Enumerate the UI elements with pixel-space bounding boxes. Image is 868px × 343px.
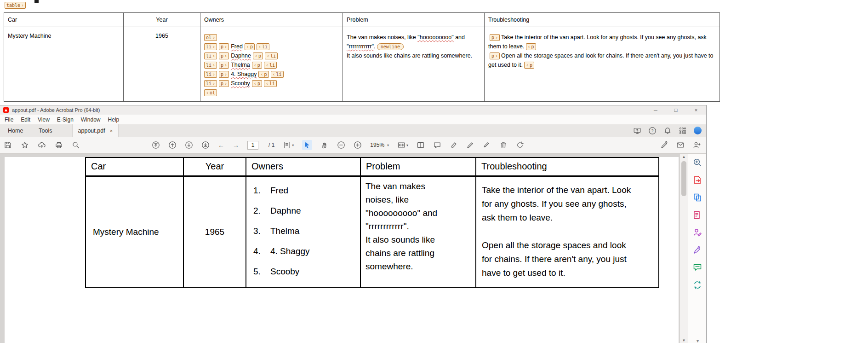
li-open-tag[interactable]: li: [204, 71, 217, 78]
tab-document[interactable]: appout.pdf ×: [72, 124, 119, 137]
li-close-tag[interactable]: li: [271, 71, 284, 78]
hand-tool-icon[interactable]: [320, 141, 329, 149]
table-open-tag[interactable]: table: [5, 2, 26, 9]
p-close-tag[interactable]: p: [252, 62, 262, 69]
comment-icon[interactable]: [433, 141, 441, 149]
menu-window[interactable]: Window: [77, 116, 104, 123]
edit-pdf-icon[interactable]: [692, 210, 702, 220]
fit-width-button[interactable]: ▾: [397, 141, 408, 149]
share-screen-icon[interactable]: [633, 127, 641, 135]
p-open-tag[interactable]: p: [219, 71, 229, 78]
p-close-tag[interactable]: p: [258, 71, 268, 78]
first-page-icon[interactable]: [152, 141, 160, 149]
close-button[interactable]: ×: [686, 105, 706, 115]
tab-home[interactable]: Home: [0, 124, 31, 137]
word-header-troubleshooting[interactable]: Troubleshooting: [485, 13, 720, 27]
menu-esign[interactable]: E-Sign: [53, 116, 77, 123]
delete-trash-icon[interactable]: [499, 141, 508, 149]
highlight-icon[interactable]: [450, 141, 458, 149]
p-close-tag[interactable]: p: [253, 52, 263, 59]
p-open-tag[interactable]: p: [490, 52, 500, 59]
menu-edit[interactable]: Edit: [17, 116, 34, 123]
close-document-icon[interactable]: ×: [110, 128, 113, 134]
scrollbar-thumb[interactable]: [681, 161, 686, 196]
refresh-icon[interactable]: [516, 141, 524, 149]
li-open-tag[interactable]: li: [204, 80, 217, 87]
send-for-comments-icon[interactable]: [692, 262, 702, 273]
p-open-tag[interactable]: p: [219, 62, 229, 69]
word-cell-car[interactable]: Mystery Machine: [4, 27, 124, 102]
p-open-tag[interactable]: p: [219, 80, 229, 87]
page-display-options[interactable]: ▾: [283, 141, 294, 149]
maximize-button[interactable]: □: [666, 105, 686, 115]
minimize-button[interactable]: ─: [645, 105, 666, 115]
tab-tools[interactable]: Tools: [31, 124, 60, 137]
scroll-up-icon[interactable]: ▲: [680, 155, 688, 159]
last-page-icon[interactable]: [201, 141, 210, 149]
menu-file[interactable]: File: [1, 116, 17, 123]
p-close-tag[interactable]: p: [252, 80, 262, 87]
more-tools-chevron-icon[interactable]: ▾: [688, 338, 707, 343]
sign-pen-icon[interactable]: [466, 141, 474, 149]
word-table-header-row: Car Year Owners Problem Troubleshooting: [4, 13, 720, 27]
request-esignatures-icon[interactable]: [692, 227, 702, 238]
li-open-tag[interactable]: li: [204, 62, 217, 69]
previous-view-icon[interactable]: ←: [218, 142, 224, 148]
fill-and-sign-icon[interactable]: [692, 245, 702, 255]
cloud-upload-icon[interactable]: [38, 141, 46, 149]
menu-help[interactable]: Help: [104, 116, 123, 123]
scroll-down-icon[interactable]: ▼: [680, 338, 688, 343]
next-page-icon[interactable]: [185, 141, 193, 149]
word-cell-troubleshooting[interactable]: pTake the interior of the van apart. Loo…: [485, 27, 720, 102]
help-icon[interactable]: ?: [648, 127, 657, 135]
select-tool-button[interactable]: [302, 140, 312, 150]
search-icon[interactable]: [72, 141, 80, 149]
zoom-tools-icon[interactable]: [692, 157, 702, 168]
p-open-tag[interactable]: p: [219, 52, 229, 59]
word-header-car[interactable]: Car: [4, 13, 124, 27]
app-grid-icon[interactable]: [679, 127, 687, 135]
li-open-tag[interactable]: li: [204, 52, 217, 59]
ol-close-tag[interactable]: ol: [204, 89, 217, 96]
print-icon[interactable]: [55, 141, 63, 149]
save-icon[interactable]: [4, 141, 12, 149]
newline-tag[interactable]: newline: [377, 43, 404, 50]
p-open-tag[interactable]: p: [490, 34, 500, 41]
word-header-owners[interactable]: Owners: [200, 13, 343, 27]
create-pdf-icon[interactable]: [692, 192, 702, 203]
word-cell-owners[interactable]: ol lipFredpli lipDaphnepli lipThelmapli …: [200, 27, 343, 102]
user-avatar[interactable]: [694, 127, 702, 134]
share-people-icon[interactable]: [692, 141, 701, 149]
next-view-icon[interactable]: →: [233, 142, 239, 148]
email-share-icon[interactable]: [676, 141, 685, 149]
owner-name: Daphne: [270, 205, 301, 216]
reading-mode-icon[interactable]: [417, 141, 425, 149]
export-pdf-icon[interactable]: [692, 175, 702, 185]
li-open-tag[interactable]: li: [204, 43, 217, 50]
zoom-in-icon[interactable]: [354, 141, 362, 149]
ol-open-tag[interactable]: ol: [204, 34, 217, 41]
zoom-level-select[interactable]: 195% ▾: [370, 142, 389, 148]
li-close-tag[interactable]: li: [257, 43, 269, 50]
p-close-tag[interactable]: p: [524, 62, 534, 69]
p-close-tag[interactable]: p: [245, 43, 255, 50]
word-header-problem[interactable]: Problem: [343, 13, 485, 27]
li-close-tag[interactable]: li: [265, 52, 278, 59]
notifications-bell-icon[interactable]: [663, 127, 672, 135]
page-number-input[interactable]: [247, 141, 258, 150]
word-cell-problem[interactable]: The van makes noises, like "hooooooooo" …: [343, 27, 485, 102]
p-close-tag[interactable]: p: [526, 43, 536, 50]
star-favorite-icon[interactable]: [21, 141, 29, 149]
convert-tools-icon[interactable]: [692, 280, 702, 290]
zoom-out-icon[interactable]: [337, 141, 345, 149]
ink-signature-icon[interactable]: [483, 141, 491, 149]
p-open-tag[interactable]: p: [219, 43, 229, 50]
word-cell-year[interactable]: 1965: [124, 27, 200, 102]
fill-sign-pen-icon[interactable]: [660, 141, 668, 149]
word-header-year[interactable]: Year: [124, 13, 200, 27]
previous-page-icon[interactable]: [168, 141, 177, 149]
li-close-tag[interactable]: li: [264, 62, 277, 69]
vertical-scrollbar[interactable]: ▲ ▼: [680, 154, 688, 343]
menu-view[interactable]: View: [34, 116, 53, 123]
li-close-tag[interactable]: li: [264, 80, 277, 87]
